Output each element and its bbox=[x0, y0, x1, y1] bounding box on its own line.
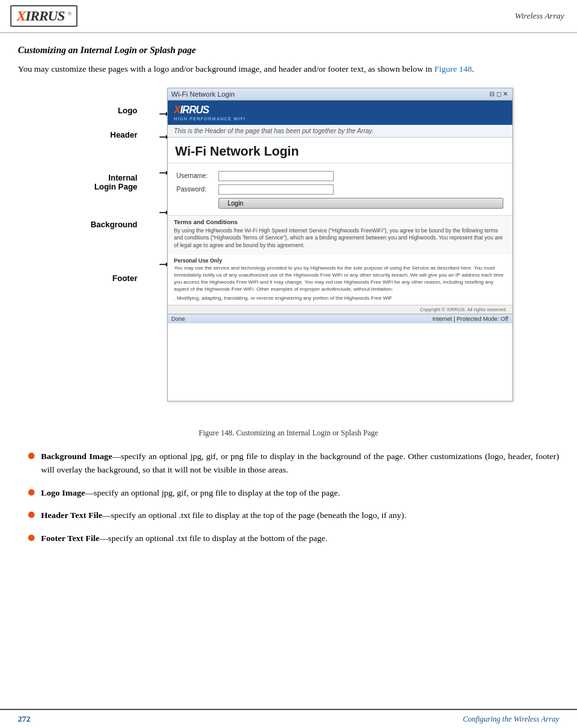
background-label-group: Background bbox=[91, 220, 138, 230]
dash-4: — bbox=[99, 533, 108, 543]
intro-text-2: . bbox=[472, 64, 474, 74]
terms-title: Terms and Conditions bbox=[174, 218, 506, 225]
mockup-page-title: Wi-Fi Network Login bbox=[168, 138, 512, 163]
diagram-container: Logo Header Internal Login Page Backgrou… bbox=[65, 88, 513, 419]
term-footer: Footer Text File bbox=[41, 533, 99, 543]
login-mockup: Wi-Fi Network Login ⊟ ◻ ✕ XIRRUS HIGH PE… bbox=[167, 88, 513, 401]
logo-irrus: IRRUS bbox=[26, 8, 65, 24]
figure-caption: Figure 148. Customizing an Internal Logi… bbox=[199, 428, 378, 438]
text-logo: specify an optional jpg, gif, or png fil… bbox=[93, 488, 340, 497]
bullet-line: . Modifying, adapting, translating, or r… bbox=[174, 295, 506, 302]
labels-column: Logo Header Internal Login Page Backgrou… bbox=[65, 88, 142, 284]
mockup-footer-area: Personal Use Only You may use the servic… bbox=[168, 255, 512, 305]
header-label: Header bbox=[110, 131, 137, 140]
mockup-logo-x: X bbox=[174, 104, 181, 115]
mockup-logo-subtitle: HIGH PERFORMANCE WIFI bbox=[174, 117, 246, 121]
username-input[interactable] bbox=[218, 171, 334, 181]
list-item-footer-text: Footer Text File—specify an optional .tx… bbox=[41, 531, 327, 546]
term-header: Header Text File bbox=[41, 510, 102, 520]
mockup-titlebar-text: Wi-Fi Network Login bbox=[172, 90, 235, 98]
main-content: Customizing an Internal Login or Splash … bbox=[0, 33, 577, 567]
mockup-header-text: This is the Header of the page that has … bbox=[168, 125, 512, 138]
list-item-header-text: Header Text File—specify an optional .tx… bbox=[41, 508, 406, 522]
list-item-footer: Footer Text File—specify an optional .tx… bbox=[28, 531, 559, 546]
statusbar-left: Done bbox=[172, 316, 186, 322]
arrows-svg bbox=[142, 106, 167, 419]
bullet-dot-3 bbox=[28, 512, 35, 518]
bullet-dot-1 bbox=[28, 453, 35, 459]
diagram-wrapper: Logo Header Internal Login Page Backgrou… bbox=[18, 88, 559, 438]
password-input[interactable] bbox=[218, 184, 334, 195]
statusbar-right: Internet | Protected Mode: Off bbox=[432, 316, 508, 322]
mockup-logo-area: XIRRUS HIGH PERFORMANCE WIFI bbox=[168, 101, 512, 125]
header-title: Wireless Array bbox=[515, 11, 564, 21]
text-footer: specify an optional .txt file to display… bbox=[108, 533, 328, 543]
username-row: Username: bbox=[177, 171, 503, 181]
bullet-dot-4 bbox=[28, 535, 35, 541]
logo-label: Logo bbox=[118, 106, 138, 115]
feature-list: Background Image—specify an optional jpg… bbox=[28, 449, 559, 546]
header-label-group: Header bbox=[110, 130, 137, 140]
mockup-statusbar: Done Internet | Protected Mode: Off bbox=[168, 314, 512, 323]
password-label: Password: bbox=[177, 186, 218, 193]
password-row: Password: bbox=[177, 184, 503, 195]
list-item-background-text: Background Image—specify an optional jpg… bbox=[41, 449, 559, 477]
footer-section-name: Configuring the Wireless Array bbox=[463, 715, 559, 724]
terms-text: By using the Highwoods free Wi-Fi High S… bbox=[174, 227, 506, 250]
list-item-header: Header Text File—specify an optional .tx… bbox=[28, 508, 559, 522]
dash-1: — bbox=[112, 451, 121, 461]
logo-text: XIRRUS ® bbox=[10, 5, 77, 27]
mockup-copyright: Copyright © XIRRUS. All rights reserved. bbox=[168, 305, 512, 314]
xirrus-logo: XIRRUS ® bbox=[10, 5, 77, 27]
term-logo: Logo Image bbox=[41, 488, 85, 497]
page-header: XIRRUS ® Wireless Array bbox=[0, 0, 577, 33]
dash-2: — bbox=[85, 488, 94, 497]
footer-label: Footer bbox=[113, 274, 138, 283]
internal-label-line2: Login Page bbox=[94, 182, 137, 191]
logo-x: X bbox=[17, 8, 26, 24]
login-button[interactable]: Login bbox=[218, 198, 503, 209]
username-label: Username: bbox=[177, 172, 218, 179]
diagram-area: Logo Header Internal Login Page Backgrou… bbox=[18, 88, 559, 419]
mockup-logo-irrus: IRRUS bbox=[180, 104, 209, 115]
mockup-titlebar: Wi-Fi Network Login ⊟ ◻ ✕ bbox=[168, 88, 512, 101]
section-title: Customizing an Internal Login or Splash … bbox=[18, 45, 559, 56]
personal-text: You may use the service and technology p… bbox=[174, 265, 506, 293]
list-item-background: Background Image—specify an optional jpg… bbox=[28, 449, 559, 477]
intro-text-1: You may customize these pages with a log… bbox=[18, 64, 434, 74]
bullet-dot-2 bbox=[28, 489, 35, 496]
personal-title: Personal Use Only bbox=[174, 257, 506, 264]
mockup-logo-block: XIRRUS HIGH PERFORMANCE WIFI bbox=[174, 104, 246, 121]
text-header: specify an optional .txt file to display… bbox=[111, 510, 406, 520]
term-background: Background Image bbox=[41, 451, 112, 461]
mockup-controls: ⊟ ◻ ✕ bbox=[489, 90, 508, 97]
list-item-logo: Logo Image—specify an optional jpg, gif,… bbox=[28, 486, 559, 500]
page-footer: 272 Configuring the Wireless Array bbox=[0, 709, 577, 728]
figure-ref[interactable]: Figure 148 bbox=[434, 64, 472, 74]
footer-label-group: Footer bbox=[113, 273, 138, 284]
intro-paragraph: You may customize these pages with a log… bbox=[18, 62, 559, 76]
background-label: Background bbox=[91, 220, 138, 229]
internal-login-label-group: Internal Login Page bbox=[94, 174, 137, 191]
mockup-logo-text: XIRRUS bbox=[174, 104, 246, 116]
mockup-terms-section: Terms and Conditions By using the Highwo… bbox=[168, 215, 512, 255]
footer-page-number: 272 bbox=[18, 714, 31, 724]
logo-label-group: Logo bbox=[118, 106, 138, 116]
list-item-logo-text: Logo Image—specify an optional jpg, gif,… bbox=[41, 486, 340, 500]
dash-3: — bbox=[102, 510, 111, 520]
internal-label-line1: Internal bbox=[94, 174, 137, 182]
mockup-login-form: Username: Password: Login bbox=[168, 167, 512, 215]
